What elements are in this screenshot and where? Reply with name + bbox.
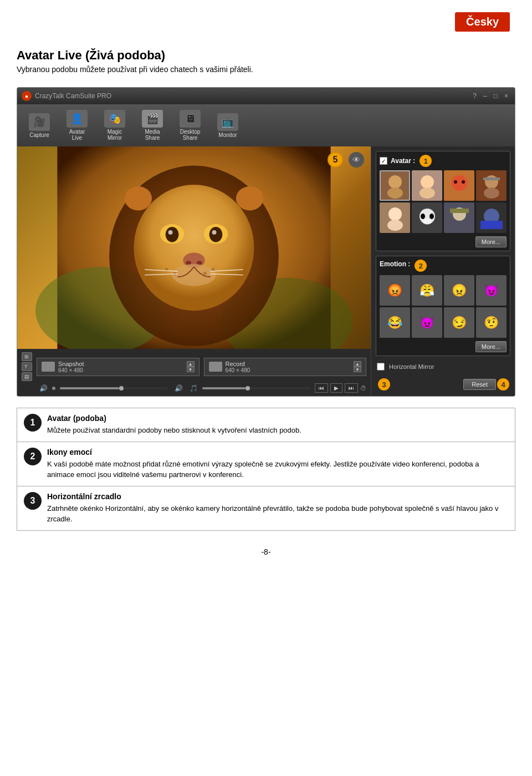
rewind-button[interactable]: ⏮ [315, 383, 328, 393]
magic-mirror-label: MagicMirror [108, 129, 122, 141]
mirror-label: Horizontal Mirror [389, 363, 434, 370]
video-area: 5 👁 [17, 146, 371, 349]
monitor-icon: 📺 [217, 113, 238, 131]
record-arrow-down[interactable]: ▼ [354, 367, 361, 372]
record-button[interactable]: Record 640 × 480 ▲ ▼ [204, 358, 367, 376]
avatar-thumb-2[interactable] [412, 170, 442, 201]
app-window-controls[interactable]: ? – □ × [470, 92, 510, 100]
snapshot-arrow-up[interactable]: ▲ [187, 361, 195, 367]
mirror-checkbox[interactable] [377, 363, 385, 371]
svg-point-20 [203, 272, 207, 275]
avatar-section-header: ✓ Avatar : 1 [380, 155, 507, 167]
forward-button[interactable]: ⏭ [345, 383, 358, 393]
desktop-share-label: DesktopShare [180, 129, 201, 141]
minimize-button[interactable]: – [481, 92, 489, 100]
svg-rect-34 [483, 177, 500, 180]
info-title-2: Ikony emocí [47, 448, 508, 457]
view-icon[interactable]: 👁 [349, 152, 364, 168]
audio-icon: 🔊 [39, 384, 48, 392]
language-badge: Česky [455, 12, 510, 32]
avatar-thumb-3[interactable] [444, 170, 474, 201]
toolbar-desktop-share[interactable]: 🖥 DesktopShare [173, 108, 207, 143]
avatars-grid [380, 170, 507, 233]
mic-slider[interactable] [202, 387, 310, 389]
info-body-2: K vaší podobě máte možnost přidat různé … [47, 459, 508, 480]
volume-indicator [52, 387, 55, 390]
avatar-thumb-8[interactable] [476, 202, 507, 233]
magic-mirror-icon: 🎭 [104, 110, 125, 128]
info-badge-3: 3 [24, 492, 42, 510]
table-row: 1 Avatar (podoba) Můžete používat standa… [17, 408, 515, 442]
table-row: 2 Ikony emocí K vaší podobě máte možnost… [17, 442, 515, 486]
emotion-more-button[interactable]: More... [475, 341, 507, 352]
close-button[interactable]: × [502, 92, 510, 100]
svg-point-26 [387, 187, 403, 199]
avatar-thumb-6[interactable] [412, 202, 442, 233]
record-size: 640 × 480 [226, 367, 250, 373]
record-label: Record [226, 361, 250, 367]
info-badge-2: 2 [24, 448, 42, 465]
toolbar-monitor[interactable]: 📺 Monitor [211, 111, 244, 140]
snapshot-label: Snapshot [58, 361, 84, 367]
avatar-more-button[interactable]: More... [475, 236, 507, 247]
capture-icon: 🎥 [29, 113, 50, 131]
vc-side-btn-2[interactable]: T [22, 362, 32, 371]
emotion-thumb-6[interactable]: 👿 [412, 307, 442, 338]
avatar-thumb-4[interactable] [476, 170, 507, 201]
svg-point-6 [236, 186, 263, 210]
info-section: 1 Avatar (podoba) Můžete používat standa… [17, 408, 515, 531]
svg-point-31 [462, 180, 465, 184]
mic-icon: 🎵 [190, 384, 198, 392]
info-title-3: Horizontální zrcadlo [47, 492, 508, 501]
emotion-section-title: Emotion : [380, 260, 410, 268]
play-button[interactable]: ▶ [330, 383, 342, 393]
vc-side-btn-1[interactable]: ⊞ [22, 352, 32, 361]
volume-slider[interactable] [60, 387, 168, 389]
app-toolbar: 🎥 Capture 👤 AvatarLive 🎭 MagicMirror 🎬 M… [17, 104, 515, 146]
info-text-2: Ikony emocí K vaší podobě máte možnost p… [47, 448, 508, 480]
page-title: Avatar Live (Živá podoba) [17, 48, 515, 63]
snapshot-arrow-down[interactable]: ▼ [187, 367, 195, 372]
emotion-thumb-1[interactable]: 😡 [380, 275, 410, 306]
reset-button[interactable]: Reset [463, 379, 496, 390]
toolbar-magic-mirror[interactable]: 🎭 MagicMirror [98, 108, 131, 143]
emotion-thumb-8[interactable]: 🤨 [476, 307, 507, 338]
svg-rect-44 [480, 221, 503, 229]
svg-point-4 [134, 185, 254, 311]
table-row: 3 Horizontální zrcadlo Zatrhněte okénko … [17, 486, 515, 530]
emotion-thumb-4[interactable]: 😈 [476, 275, 507, 306]
svg-point-9 [166, 227, 179, 242]
svg-point-29 [452, 175, 467, 191]
svg-point-28 [420, 187, 435, 199]
emotion-thumb-5[interactable]: 😂 [380, 307, 410, 338]
help-button[interactable]: ? [470, 92, 479, 100]
vc-row-1: ⊞ T ▤ Snapshot 640 × 480 [22, 352, 366, 381]
svg-point-12 [212, 230, 217, 235]
toolbar-capture[interactable]: 🎥 Capture [23, 111, 56, 140]
avatar-live-icon: 👤 [66, 110, 88, 128]
emotion-thumb-2[interactable]: 😤 [412, 275, 442, 306]
toolbar-avatar-live[interactable]: 👤 AvatarLive [60, 108, 94, 143]
avatar-section-title: Avatar : [391, 157, 415, 165]
volume-max-icon: 🔊 [175, 384, 183, 392]
avatar-thumb-5[interactable] [380, 202, 410, 233]
emotions-grid: 😡 😤 😠 😈 😂 👿 😏 🤨 [380, 275, 507, 338]
app-title: CrazyTalk CamSuite PRO [35, 92, 470, 100]
svg-point-30 [454, 180, 457, 184]
app-content: 5 👁 ⊞ T ▤ [17, 146, 515, 396]
lion-image [17, 146, 371, 349]
desktop-share-icon: 🖥 [180, 110, 201, 128]
avatar-thumb-1[interactable] [380, 170, 410, 201]
vc-side-btn-3[interactable]: ▤ [22, 372, 32, 381]
snapshot-button[interactable]: Snapshot 640 × 480 ▲ ▼ [37, 358, 200, 376]
emotion-thumb-7[interactable]: 😏 [444, 307, 474, 338]
avatar-thumb-7[interactable] [444, 202, 474, 233]
record-arrow-up[interactable]: ▲ [354, 361, 361, 367]
emotion-thumb-3[interactable]: 😠 [444, 275, 474, 306]
media-share-icon: 🎬 [142, 110, 163, 128]
avatar-checkbox[interactable]: ✓ [380, 157, 387, 165]
svg-point-5 [125, 186, 152, 210]
maximize-button[interactable]: □ [492, 92, 500, 100]
page-number: -8- [261, 547, 270, 556]
toolbar-media-share[interactable]: 🎬 MediaShare [136, 108, 169, 143]
